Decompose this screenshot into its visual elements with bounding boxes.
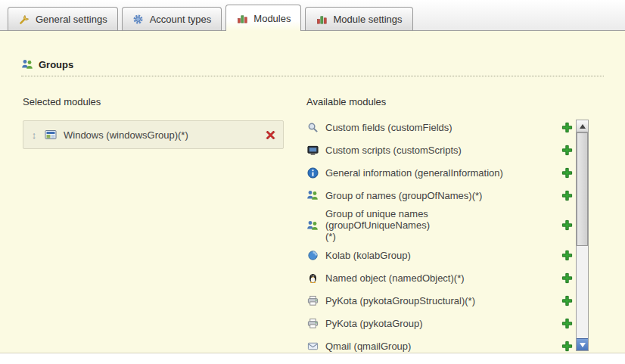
arrow-up-icon [580, 124, 586, 129]
available-modules-heading: Available modules [306, 96, 573, 108]
tab-account-types[interactable]: Account types [122, 7, 222, 30]
drag-handle-icon[interactable]: ↕ [30, 129, 38, 141]
section-title: Groups [39, 59, 73, 70]
plus-icon [561, 144, 573, 156]
windows-module-icon [45, 129, 57, 141]
tab-modules[interactable]: Modules [225, 5, 301, 31]
scrollbar[interactable] [576, 120, 589, 351]
available-module-row: PyKota (pykotaGroup) [306, 312, 573, 334]
add-module-button[interactable] [561, 166, 573, 179]
available-module-label: Custom scripts (customScripts) [325, 143, 554, 157]
arrow-down-icon [580, 343, 586, 347]
available-module-label: Named object (namedObject)(*) [325, 271, 554, 285]
scrollbar-track[interactable] [577, 132, 588, 338]
available-module-label: PyKota (pykotaGroup) [325, 316, 554, 331]
info-icon [306, 166, 319, 179]
add-module-button[interactable] [561, 272, 573, 284]
available-module-row: General information (generalInformation) [306, 161, 573, 184]
add-module-button[interactable] [561, 340, 573, 352]
available-module-label: Kolab (kolabGroup) [325, 248, 554, 263]
add-module-button[interactable] [561, 317, 573, 329]
available-module-row: Kolab (kolabGroup) [306, 244, 573, 266]
selected-modules-heading: Selected modules [23, 96, 284, 108]
section-heading: Groups [21, 58, 604, 76]
printer-icon [306, 294, 319, 306]
screen-icon [306, 144, 319, 156]
tab-general-settings[interactable]: General settings [8, 7, 118, 30]
remove-module-button[interactable] [264, 129, 276, 141]
tab-bar: General settings Account types Modules M… [0, 0, 625, 31]
available-module-label: Group of unique names (groupOfUniqueName… [325, 207, 437, 244]
kolab-icon [306, 249, 319, 261]
gear-icon [132, 13, 145, 25]
selected-modules-list: ↕ Windows (windowsGroup)(*) [23, 120, 284, 149]
selected-module-label: Windows (windowsGroup)(*) [64, 129, 257, 141]
available-modules-column: Available modules Custom fields (customF… [306, 96, 573, 357]
available-module-row: Named object (namedObject)(*) [306, 266, 573, 289]
modules-chart-icon [236, 12, 248, 24]
plus-icon [561, 249, 573, 261]
plus-icon [561, 219, 573, 232]
add-module-button[interactable] [561, 249, 573, 261]
tab-module-settings[interactable]: Module settings [305, 7, 412, 30]
printer-icon [306, 317, 319, 329]
available-module-label: General information (generalInformation) [325, 166, 554, 180]
scrollbar-thumb[interactable] [577, 132, 588, 246]
plus-icon [561, 340, 573, 352]
modules-chart-icon [316, 13, 328, 25]
plus-icon [561, 189, 573, 201]
plus-icon [561, 121, 573, 133]
plus-icon [561, 166, 573, 179]
available-module-row: Custom scripts (customScripts) [306, 138, 573, 161]
tab-label: Account types [150, 14, 212, 25]
selected-modules-column: Selected modules ↕ Windows (windowsGroup… [23, 96, 284, 149]
add-module-button[interactable] [561, 144, 573, 156]
group-icon [306, 219, 319, 232]
available-module-label: Group of names (groupOfNames)(*) [325, 188, 554, 203]
tab-label: General settings [36, 14, 107, 25]
tab-label: Module settings [333, 14, 402, 25]
penguin-icon [306, 272, 319, 284]
available-module-row: PyKota (pykotaGroupStructural)(*) [306, 289, 573, 312]
scroll-up-button[interactable] [577, 120, 588, 132]
add-module-button[interactable] [561, 294, 573, 306]
add-module-button[interactable] [561, 121, 573, 133]
delete-icon [264, 129, 276, 141]
wrench-icon [18, 13, 30, 25]
available-module-row: Group of unique names (groupOfUniqueName… [306, 207, 573, 244]
plus-icon [561, 272, 573, 284]
available-module-row: Custom fields (customFields) [306, 116, 573, 138]
tab-label: Modules [253, 13, 291, 24]
available-module-label: Qmail (qmailGroup) [325, 339, 554, 353]
plus-icon [561, 317, 573, 329]
plus-icon [561, 294, 573, 306]
add-module-button[interactable] [561, 189, 573, 201]
available-module-label: PyKota (pykotaGroupStructural)(*) [325, 294, 554, 308]
groups-icon [21, 58, 33, 70]
available-module-row: Group of names (groupOfNames)(*) [306, 184, 573, 207]
mail-icon [306, 340, 319, 352]
group-icon [306, 189, 319, 201]
magnifier-icon [306, 121, 319, 133]
content-area: Groups Selected modules ↕ Windows (windo… [0, 31, 625, 353]
available-module-row: Qmail (qmailGroup) [306, 334, 573, 357]
available-module-label: Custom fields (customFields) [325, 120, 554, 135]
available-modules-list: Custom fields (customFields) Custom scri… [306, 116, 573, 357]
add-module-button[interactable] [561, 219, 573, 232]
scroll-down-button[interactable] [577, 338, 588, 350]
